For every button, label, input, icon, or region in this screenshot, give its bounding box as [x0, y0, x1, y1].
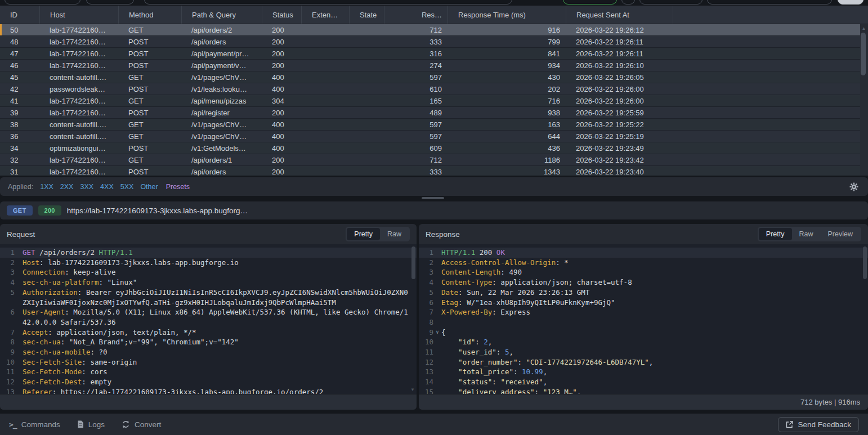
- col-extension[interactable]: Exten…: [301, 6, 349, 24]
- convert-button[interactable]: Convert: [122, 420, 161, 429]
- request-scrollbar-thumb[interactable]: [411, 246, 415, 279]
- cell-res: 165: [384, 95, 448, 106]
- table-row[interactable]: 31 lab-177422160… POST /api/orders 200 3…: [0, 166, 860, 176]
- toolbar-button-active[interactable]: [563, 0, 617, 5]
- filter-other[interactable]: Other: [140, 183, 158, 191]
- cell-method: GET: [118, 119, 181, 130]
- cell-res: 609: [384, 142, 448, 154]
- col-status[interactable]: Status: [262, 6, 301, 24]
- cell-extension: [301, 24, 349, 35]
- table-row[interactable]: 32 lab-177422160… GET /api/orders/1 200 …: [0, 154, 860, 166]
- table-row[interactable]: 38 content-autofill.… GET /v1/pages/ChV……: [0, 119, 860, 131]
- col-response-time[interactable]: Response Time (ms): [448, 6, 566, 24]
- response-code-view[interactable]: 1HTTP/1.1 200 OK2Access-Control-Allow-Or…: [419, 244, 868, 394]
- col-res[interactable]: Res…: [384, 6, 448, 24]
- code-text: {: [441, 328, 868, 338]
- col-host[interactable]: Host: [39, 6, 118, 24]
- toolbar-button[interactable]: [5, 0, 80, 5]
- line-number: 12: [419, 357, 433, 367]
- col-path[interactable]: Path & Query: [181, 6, 262, 24]
- code-text: Authorization: Bearer eyJhbGciOiJIUzI1Ni…: [23, 288, 417, 307]
- cell-spacer: [673, 119, 860, 130]
- code-line: 10 "id": 2,: [419, 337, 868, 347]
- filter-5xx[interactable]: 5XX: [120, 183, 134, 191]
- toolbar-search-input[interactable]: [144, 0, 512, 5]
- line-number: 3: [419, 267, 433, 277]
- toolbar-button[interactable]: [639, 0, 703, 5]
- table-row[interactable]: 42 passwordsleak… POST /v1/leaks:looku… …: [0, 83, 860, 95]
- scroll-up-icon[interactable]: ▲: [861, 26, 867, 32]
- tab-pretty[interactable]: Pretty: [759, 228, 792, 240]
- convert-arrows-icon: [122, 420, 130, 428]
- filter-2xx[interactable]: 2XX: [60, 183, 74, 191]
- code-line: 1GET /api/orders/2 HTTP/1.1: [0, 248, 417, 258]
- cell-res: 610: [384, 83, 448, 95]
- filter-1xx[interactable]: 1XX: [40, 183, 53, 191]
- filter-3xx[interactable]: 3XX: [80, 183, 93, 191]
- cell-extension: [301, 142, 349, 154]
- logs-button[interactable]: Logs: [77, 420, 105, 429]
- url-bar[interactable]: GET 200 https://lab-1774221609173-3jkxxs…: [0, 201, 868, 219]
- toolbar-button[interactable]: [707, 0, 832, 5]
- cell-request-sent-at: 2026-03-22 19:23:49: [566, 142, 673, 154]
- fold-chevron-icon[interactable]: ∨: [433, 328, 441, 338]
- cell-response-time: 934: [448, 60, 566, 71]
- tab-raw[interactable]: Raw: [380, 228, 409, 240]
- presets-link[interactable]: Presets: [166, 183, 190, 191]
- code-line: 11Sec-Fetch-Mode: cors: [0, 367, 417, 377]
- toolbar-button-light[interactable]: [838, 0, 863, 5]
- cell-host: lab-177422160…: [39, 107, 118, 118]
- code-text: "id": 2,: [441, 337, 868, 347]
- code-line: 12Sec-Fetch-Dest: empty: [0, 377, 417, 387]
- code-line: 9∨{: [419, 328, 868, 338]
- cell-request-sent-at: 2026-03-22 19:25:19: [566, 131, 673, 142]
- cell-state: [349, 119, 384, 130]
- tab-raw[interactable]: Raw: [792, 228, 821, 240]
- line-number: 7: [419, 307, 433, 317]
- cell-res: 489: [384, 107, 448, 118]
- cell-path: /api/orders/1: [181, 154, 262, 165]
- cell-id: 34: [0, 142, 39, 154]
- table-row[interactable]: 48 lab-177422160… POST /api/orders 200 3…: [0, 36, 860, 48]
- col-state[interactable]: State: [349, 6, 384, 24]
- line-number: 3: [0, 267, 15, 277]
- toolbar-button[interactable]: [86, 0, 134, 5]
- send-feedback-button[interactable]: Send Feedback: [778, 417, 859, 432]
- gutter-spacer: [15, 288, 23, 307]
- col-request-sent-at[interactable]: Request Sent At: [566, 6, 673, 24]
- response-scrollbar-thumb[interactable]: [863, 246, 867, 279]
- tab-preview[interactable]: Preview: [821, 228, 860, 240]
- gear-icon: [849, 182, 858, 191]
- cell-path: /v1/pages/ChV…: [181, 71, 262, 83]
- cell-path: /api/orders: [181, 166, 262, 176]
- settings-button[interactable]: [848, 181, 860, 193]
- toolbar-button[interactable]: [621, 0, 635, 5]
- cell-request-sent-at: 2026-03-22 19:26:00: [566, 83, 673, 95]
- table-row[interactable]: 50 lab-177422160… GET /api/orders/2 200 …: [0, 24, 860, 36]
- col-method[interactable]: Method: [118, 6, 181, 24]
- table-row[interactable]: 34 optimizationgui… POST /v1:GetModels… …: [0, 142, 860, 154]
- col-id[interactable]: ID: [0, 6, 39, 24]
- filter-4xx[interactable]: 4XX: [100, 183, 114, 191]
- line-number: 13: [419, 367, 433, 377]
- scroll-down-icon[interactable]: ▼: [410, 387, 415, 392]
- gutter-spacer: [433, 367, 441, 377]
- table-scrollbar[interactable]: ▲: [861, 26, 867, 174]
- commands-button[interactable]: >_ Commands: [9, 420, 60, 429]
- table-row[interactable]: 46 lab-177422160… POST /api/payment/v… 2…: [0, 60, 860, 71]
- table-row[interactable]: 39 lab-177422160… POST /api/register 200…: [0, 107, 860, 119]
- table-row[interactable]: 47 lab-177422160… POST /api/payment/pr… …: [0, 48, 860, 60]
- line-number: 12: [0, 377, 15, 387]
- tab-pretty[interactable]: Pretty: [347, 228, 380, 240]
- cell-method: GET: [118, 95, 181, 106]
- table-row[interactable]: 45 content-autofill.… GET /v1/pages/ChV……: [0, 71, 860, 83]
- request-code-view[interactable]: 1GET /api/orders/2 HTTP/1.12Host: lab-17…: [0, 244, 417, 394]
- table-row[interactable]: 36 content-autofill.… GET /v1/pages/ChV……: [0, 131, 860, 142]
- scrollbar-thumb[interactable]: [861, 33, 866, 75]
- table-row[interactable]: 41 lab-177422160… GET /api/menu/pizzas 3…: [0, 95, 860, 107]
- cell-extension: [301, 95, 349, 106]
- cell-status: 200: [262, 166, 301, 176]
- cell-response-time: 1186: [448, 154, 566, 165]
- cell-host: lab-177422160…: [39, 48, 118, 59]
- splitter-drag-handle[interactable]: [422, 197, 444, 199]
